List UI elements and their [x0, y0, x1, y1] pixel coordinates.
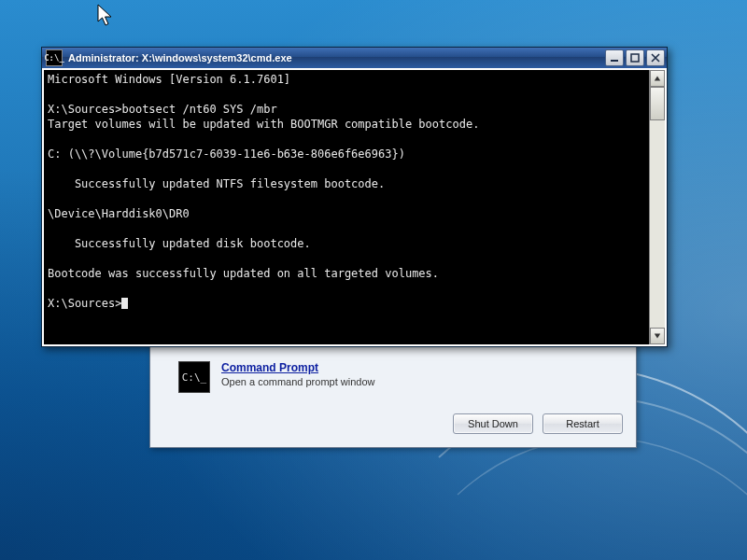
- cmd-line: Bootcode was successfully updated on all…: [48, 267, 439, 280]
- cmd-title-icon-glyph: C:\_: [44, 53, 64, 63]
- cmd-title-icon: C:\_: [46, 49, 63, 66]
- cmd-line: Successfully updated NTFS filesystem boo…: [48, 177, 385, 190]
- command-prompt-desc: Open a command prompt window: [221, 376, 374, 387]
- cmd-vertical-scrollbar: [649, 70, 665, 344]
- cmd-cursor: [121, 298, 128, 309]
- cmd-line: \Device\Harddisk0\DR0: [48, 207, 190, 220]
- command-prompt-link[interactable]: Command Prompt: [221, 361, 318, 374]
- maximize-button[interactable]: [626, 49, 644, 66]
- svg-rect-3: [611, 60, 618, 62]
- scroll-down-button[interactable]: [650, 328, 665, 344]
- command-prompt-icon: C:\_: [178, 361, 210, 393]
- command-prompt-icon-glyph: C:\_: [182, 371, 207, 384]
- cmd-window: C:\_ Administrator: X:\windows\system32\…: [41, 47, 668, 347]
- recovery-tool-command-prompt: C:\_ Command Prompt Open a command promp…: [178, 361, 608, 404]
- cmd-line: Successfully updated disk bootcode.: [48, 237, 311, 250]
- cmd-client-area: Microsoft Windows [Version 6.1.7601] X:\…: [42, 68, 667, 346]
- svg-rect-4: [631, 54, 639, 62]
- recovery-tool-text: Command Prompt Open a command prompt win…: [221, 361, 374, 387]
- close-button[interactable]: [646, 49, 665, 66]
- cmd-line: X:\Sources>bootsect /nt60 SYS /mbr: [48, 103, 277, 116]
- cmd-line: C: (\\?\Volume{b7d571c7-6039-11e6-b63e-8…: [48, 147, 405, 161]
- cmd-line: X:\Sources>: [48, 297, 121, 310]
- minimize-button[interactable]: [605, 49, 624, 66]
- cmd-line: Microsoft Windows [Version 6.1.7601]: [48, 73, 290, 86]
- window-controls: [605, 49, 665, 66]
- recovery-panel-buttons: Shut Down Restart: [453, 413, 623, 434]
- cmd-line: Target volumes will be updated with BOOT…: [48, 118, 479, 131]
- cmd-titlebar[interactable]: C:\_ Administrator: X:\windows\system32\…: [42, 48, 667, 68]
- cmd-title: Administrator: X:\windows\system32\cmd.e…: [68, 52, 599, 63]
- scroll-thumb[interactable]: [650, 87, 665, 120]
- scroll-track[interactable]: [650, 87, 665, 328]
- restart-button[interactable]: Restart: [543, 413, 623, 434]
- cmd-output[interactable]: Microsoft Windows [Version 6.1.7601] X:\…: [46, 72, 648, 343]
- shutdown-button[interactable]: Shut Down: [453, 413, 533, 434]
- scroll-up-button[interactable]: [650, 70, 665, 87]
